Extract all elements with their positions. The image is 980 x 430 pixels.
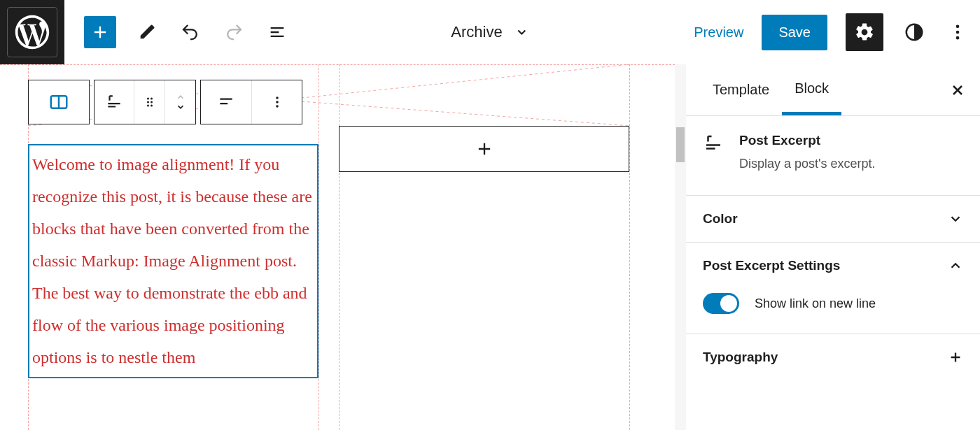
block-type-button[interactable]: [29, 80, 89, 124]
excerpt-icon: [105, 93, 123, 111]
undo-icon: [180, 22, 201, 43]
block-toolbar: [28, 80, 302, 124]
more-vertical-icon: [269, 94, 286, 110]
svg-point-13: [150, 105, 153, 107]
toggle-show-link-new-line: Show link on new line: [703, 293, 963, 314]
tab-template[interactable]: Template: [700, 64, 782, 115]
align-left-icon: [217, 93, 235, 111]
layout-guide: [0, 64, 675, 65]
drag-icon: [143, 95, 157, 109]
save-button[interactable]: Save: [762, 15, 827, 50]
svg-point-3: [956, 36, 960, 40]
panel-settings: Post Excerpt Settings Show link on new l…: [686, 243, 980, 334]
gear-icon: [854, 22, 875, 43]
layout-guide: [629, 64, 630, 430]
move-updown[interactable]: [164, 80, 195, 124]
toolbar-right: Preview Save: [694, 13, 970, 51]
canvas-scrollbar[interactable]: [675, 64, 686, 430]
svg-point-12: [147, 105, 149, 107]
drag-handle[interactable]: [134, 80, 164, 124]
add-block-button[interactable]: [84, 16, 116, 48]
svg-point-11: [150, 101, 153, 103]
columns-icon: [48, 92, 69, 113]
block-info: Post Excerpt Display a post's excerpt.: [686, 116, 980, 196]
svg-point-8: [147, 98, 149, 100]
undo-button[interactable]: [178, 20, 203, 45]
list-view-icon: [267, 22, 287, 42]
align-button[interactable]: [201, 80, 251, 124]
block-description: Display a post's excerpt.: [739, 157, 876, 171]
sidebar-tabs: Template Block: [686, 64, 980, 116]
chevron-up-icon: [948, 258, 963, 273]
panel-title: Color: [703, 211, 738, 227]
document-title[interactable]: Archive: [451, 23, 528, 41]
close-sidebar-button[interactable]: [949, 82, 966, 99]
more-vertical-icon: [948, 22, 967, 42]
panel-title: Typography: [703, 350, 778, 365]
scrollbar-thumb[interactable]: [676, 127, 685, 162]
styles-button[interactable]: [902, 20, 927, 45]
svg-point-14: [276, 96, 279, 99]
post-excerpt-block[interactable]: Welcome to image alignment! If you recog…: [28, 144, 318, 378]
editor-body: Welcome to image alignment! If you recog…: [0, 64, 980, 430]
toolbar-left: [84, 16, 290, 48]
chevron-down-icon: [515, 25, 529, 39]
editor-canvas[interactable]: Welcome to image alignment! If you recog…: [0, 64, 675, 430]
chevron-down-icon: [174, 102, 187, 112]
plus-icon: [948, 350, 963, 365]
add-block-placeholder[interactable]: [339, 126, 629, 172]
toggle-switch[interactable]: [703, 293, 739, 314]
svg-point-16: [276, 105, 279, 108]
plus-icon: [90, 22, 110, 42]
excerpt-text: Welcome to image alignment! If you recog…: [32, 155, 312, 366]
redo-button: [221, 20, 246, 45]
svg-point-2: [956, 31, 960, 34]
svg-point-15: [276, 101, 279, 103]
contrast-icon: [904, 22, 925, 43]
layout-guide: [318, 64, 319, 430]
wp-logo-home[interactable]: [0, 0, 64, 64]
tab-block[interactable]: Block: [782, 64, 841, 115]
excerpt-icon: [703, 133, 724, 154]
svg-point-9: [150, 98, 153, 100]
panel-color-head[interactable]: Color: [686, 196, 980, 242]
svg-point-1: [956, 25, 960, 29]
svg-point-10: [147, 101, 149, 103]
plus-icon: [475, 139, 494, 159]
toggle-label: Show link on new line: [755, 296, 876, 311]
list-view-button[interactable]: [265, 20, 290, 45]
pencil-icon: [137, 22, 157, 42]
panel-typography: Typography: [686, 334, 980, 380]
edit-mode-button[interactable]: [134, 20, 160, 45]
document-title-text: Archive: [451, 23, 502, 41]
panel-title: Post Excerpt Settings: [703, 258, 840, 273]
chevron-down-icon: [948, 211, 963, 227]
panel-typography-head[interactable]: Typography: [686, 334, 980, 380]
layout-guide: [339, 64, 340, 430]
preview-button[interactable]: Preview: [694, 24, 743, 41]
top-bar: Archive Preview Save: [0, 0, 980, 64]
more-options-button[interactable]: [945, 20, 970, 45]
block-more-button[interactable]: [251, 80, 302, 124]
settings-button[interactable]: [846, 13, 883, 51]
wordpress-icon: [12, 12, 52, 52]
panel-color: Color: [686, 196, 980, 243]
settings-sidebar: Template Block Post Excerpt Display a po…: [686, 64, 980, 430]
panel-settings-head[interactable]: Post Excerpt Settings: [686, 243, 980, 289]
chevron-up-icon: [174, 92, 187, 102]
close-icon: [949, 82, 966, 99]
block-title: Post Excerpt: [739, 133, 876, 148]
redo-icon: [223, 22, 244, 43]
block-parent-button[interactable]: [94, 80, 134, 124]
